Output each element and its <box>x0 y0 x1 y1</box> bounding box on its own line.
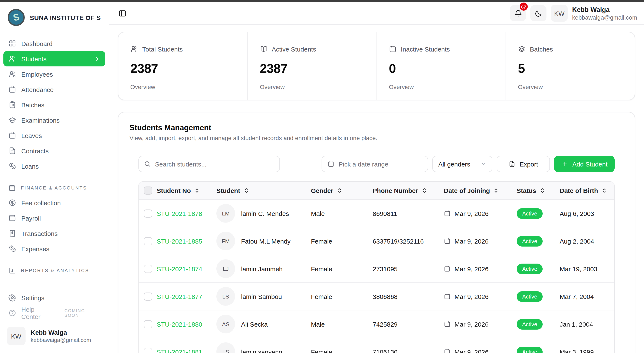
table-row: STU-2021-1878 LMlamin C. Mendes Male 869… <box>139 200 614 228</box>
chevron-down-icon <box>480 160 486 166</box>
stat-value: 2387 <box>260 61 364 76</box>
calendar-icon <box>8 132 16 139</box>
avatar: LM <box>216 204 235 223</box>
calendar-icon <box>444 348 451 353</box>
date-of-birth-cell: Jan 1, 2004 <box>560 320 614 328</box>
stat-inactive-students: Inactive Students 0 Overview <box>376 32 506 100</box>
stat-footer: Overview <box>130 84 236 90</box>
stat-value: 5 <box>518 61 623 76</box>
notifications-button[interactable]: 67 <box>510 5 526 21</box>
gender-filter-select[interactable]: All genders <box>432 156 492 172</box>
sidebar-item-examinations[interactable]: Examinations <box>4 112 105 128</box>
sidebar-toggle-button[interactable] <box>115 6 130 20</box>
sidebar-item-settings[interactable]: Settings <box>4 290 105 305</box>
phone-cell: 2731095 <box>373 265 444 272</box>
user-email: kebbawaiga@gmail.com <box>572 14 637 21</box>
avatar: KW <box>7 326 26 345</box>
stat-value: 2387 <box>130 61 236 76</box>
app-root: S SUNA INSTITUTE OF SCI... Dashboard Stu… <box>0 0 644 353</box>
status-badge: Active <box>517 208 543 219</box>
sidebar-item-employees[interactable]: Employees <box>4 66 105 82</box>
row-checkbox[interactable] <box>144 348 152 353</box>
user-email: kebbawaiga@gmail.com <box>31 337 91 343</box>
date-of-birth-cell: Aug 2, 2004 <box>560 238 614 245</box>
sidebar-item-leaves[interactable]: Leaves <box>4 128 105 143</box>
status-badge: Active <box>517 236 543 246</box>
sidebar-footer: Settings Help Center COMING SOON KW Kebb… <box>0 290 108 353</box>
user-name: Kebb Waiga <box>572 6 637 14</box>
sort-icon <box>422 188 427 193</box>
date-of-joining-cell: Mar 9, 2026 <box>444 293 517 300</box>
sort-icon <box>540 188 545 193</box>
students-table: Student No Student Gender Phone Number D… <box>138 182 614 353</box>
sidebar-user-card[interactable]: KW Kebb Waiga kebbawaiga@gmail.com <box>4 321 105 348</box>
users-icon <box>130 45 138 53</box>
column-header-date-of-birth[interactable]: Date of Birth <box>560 187 614 194</box>
student-no-link[interactable]: STU-2021-1877 <box>157 293 216 300</box>
topbar-divider <box>134 8 134 18</box>
row-checkbox[interactable] <box>144 209 152 218</box>
avatar[interactable]: KW <box>551 5 568 22</box>
export-button[interactable]: Export <box>497 156 550 172</box>
search-input[interactable] <box>155 160 274 168</box>
column-header-status[interactable]: Status <box>517 187 560 194</box>
sidebar-item-payroll[interactable]: Payroll <box>4 210 105 226</box>
add-student-button[interactable]: Add Student <box>554 156 614 172</box>
sidebar-item-expenses[interactable]: Expenses <box>4 241 105 256</box>
moon-icon <box>534 9 543 17</box>
sort-icon <box>244 188 249 193</box>
brand-header[interactable]: S SUNA INSTITUTE OF SCI... <box>0 2 108 33</box>
row-checkbox[interactable] <box>144 292 152 300</box>
dark-mode-toggle[interactable] <box>530 5 547 21</box>
sidebar-item-attendance[interactable]: Attendance <box>4 82 105 97</box>
sidebar-item-transactions[interactable]: Transactions <box>4 226 105 241</box>
student-name: Fatou M.L Mendy <box>241 238 290 245</box>
student-no-link[interactable]: STU-2021-1880 <box>157 320 216 328</box>
student-no-link[interactable]: STU-2021-1874 <box>157 265 216 272</box>
sidebar-item-loans[interactable]: Loans <box>4 158 105 174</box>
avatar: FM <box>216 232 235 250</box>
column-header-gender[interactable]: Gender <box>311 187 373 194</box>
sidebar-item-students[interactable]: Students <box>4 51 105 66</box>
column-header-student[interactable]: Student <box>216 187 311 194</box>
file-text-icon <box>8 147 16 154</box>
sidebar-item-fee-collection[interactable]: Fee collection <box>4 195 105 210</box>
book-open-icon <box>260 45 268 53</box>
calendar-icon <box>444 265 451 272</box>
date-range-picker[interactable]: Pick a date range <box>322 156 428 172</box>
bell-icon <box>514 9 522 17</box>
calendar-icon <box>389 45 396 53</box>
sidebar-nav: Dashboard Students Employees Attendance … <box>0 33 108 274</box>
column-header-date-of-joining[interactable]: Date of Joining <box>444 187 517 194</box>
calendar-icon <box>328 160 334 167</box>
student-no-link[interactable]: STU-2021-1885 <box>157 238 216 245</box>
clipboard-icon <box>8 101 16 108</box>
notification-count-badge: 67 <box>520 2 528 11</box>
column-header-student-no[interactable]: Student No <box>157 187 216 194</box>
sidebar-item-batches[interactable]: Batches <box>4 97 105 112</box>
student-name: Ali Secka <box>241 320 268 328</box>
student-no-link[interactable]: STU-2021-1881 <box>157 348 216 353</box>
plus-icon <box>561 160 568 167</box>
calendar-icon <box>444 321 451 328</box>
student-no-link[interactable]: STU-2021-1878 <box>157 210 216 217</box>
topbar-user-info[interactable]: Kebb Waiga kebbawaiga@gmail.com <box>572 6 637 21</box>
status-badge: Active <box>517 291 543 302</box>
date-of-joining-cell: Mar 9, 2026 <box>444 348 517 353</box>
status-badge: Active <box>517 319 543 329</box>
row-checkbox[interactable] <box>144 265 152 273</box>
sidebar-item-dashboard[interactable]: Dashboard <box>4 36 105 51</box>
column-header-phone[interactable]: Phone Number <box>373 187 444 194</box>
receipt-icon <box>8 230 16 237</box>
search-box[interactable] <box>138 156 280 172</box>
row-checkbox[interactable] <box>144 320 152 328</box>
row-checkbox[interactable] <box>144 237 152 245</box>
sidebar-item-help-center[interactable]: Help Center COMING SOON <box>4 305 105 321</box>
phone-cell: 3806868 <box>373 293 444 300</box>
calendar-icon <box>444 293 451 300</box>
search-icon <box>144 160 151 167</box>
sidebar-item-contracts[interactable]: Contracts <box>4 143 105 158</box>
sort-icon <box>337 188 342 193</box>
table-row: STU-2021-1880 ASAli Secka Male 7425829 M… <box>139 310 614 338</box>
select-all-checkbox[interactable] <box>144 186 152 194</box>
